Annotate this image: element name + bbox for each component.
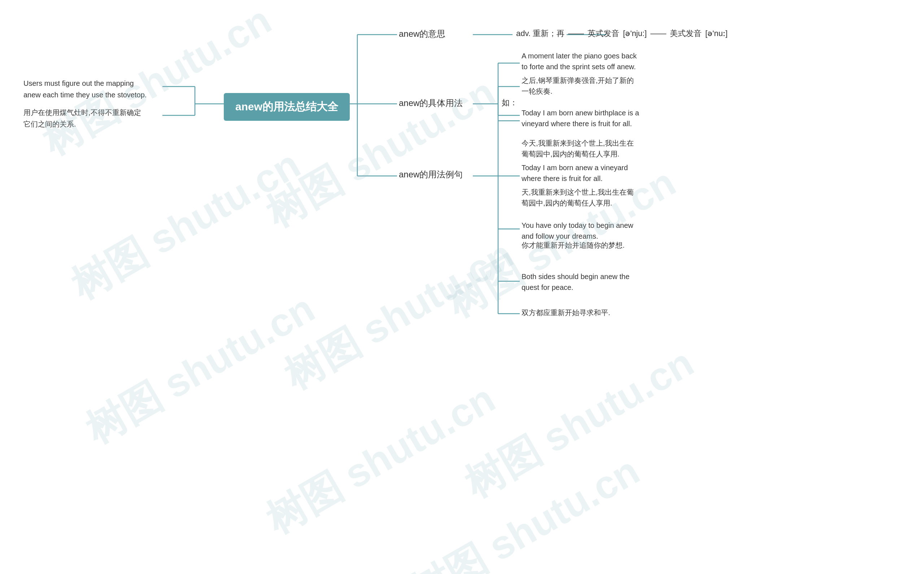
usage-branch-label: anew的具体用法 (399, 97, 463, 109)
dash-1: —— (568, 29, 584, 38)
watermark: 树图 shutu.cn (62, 138, 310, 312)
pronunciation-en-label: 英式发音 (588, 28, 619, 39)
watermark: 树图 shutu.cn (76, 282, 324, 456)
example-sub-label: 如： (502, 97, 517, 108)
pronunciation-us: [ə'nuː] (705, 29, 728, 38)
meaning-adv: adv. 重新；再 (516, 28, 565, 39)
example-3-zh: 天,我重新来到这个世上,我出生在葡萄园中,园内的葡萄任人享用. (522, 187, 641, 208)
example-4-en: You have only today to begin anew and fo… (522, 220, 641, 241)
mind-map-canvas: 树图 shutu.cn 树图 shutu.cn 树图 shutu.cn 树图 s… (0, 0, 924, 574)
watermark: 树图 shutu.cn (455, 336, 703, 511)
usage-leaf-en: Users must figure out the mapping anew e… (24, 77, 150, 101)
watermark: 树图 shutu.cn (274, 228, 523, 402)
pronunciation-en: [ə'nju:] (623, 29, 647, 38)
example-4-zh: 你才能重新开始并追随你的梦想. (522, 240, 641, 251)
dash-2: —— (650, 29, 666, 38)
meaning-branch-label: anew的意思 (399, 28, 445, 39)
watermark: 树图 shutu.cn (256, 66, 505, 240)
example-2-zh: 今天,我重新来到这个世上,我出生在葡萄园中,园内的葡萄任人享用. (522, 138, 641, 159)
example-2-en: Today I am born anew birthplace is a vin… (522, 107, 641, 129)
watermark: 树图 shutu.cn (256, 372, 505, 547)
example-3-en: Today I am born anew a vineyard where th… (522, 162, 641, 184)
usage-leaf-zh: 用户在使用煤气灶时,不得不重新确定它们之间的关系. (24, 107, 146, 130)
example-1-en: A moment later the piano goes back to fo… (522, 50, 641, 72)
example-5-en: Both sides should begin anew the quest f… (522, 271, 641, 293)
examples-branch-label: anew的用法例句 (399, 169, 463, 180)
example-5-zh: 双方都应重新开始寻求和平. (522, 307, 641, 318)
central-node: anew的用法总结大全 (224, 93, 350, 121)
watermark: 树图 shutu.cn (400, 445, 649, 574)
example-1-zh: 之后,钢琴重新弹奏强音,开始了新的一轮疾奏. (522, 75, 641, 97)
pronunciation-us-label: 美式发音 (670, 28, 702, 39)
